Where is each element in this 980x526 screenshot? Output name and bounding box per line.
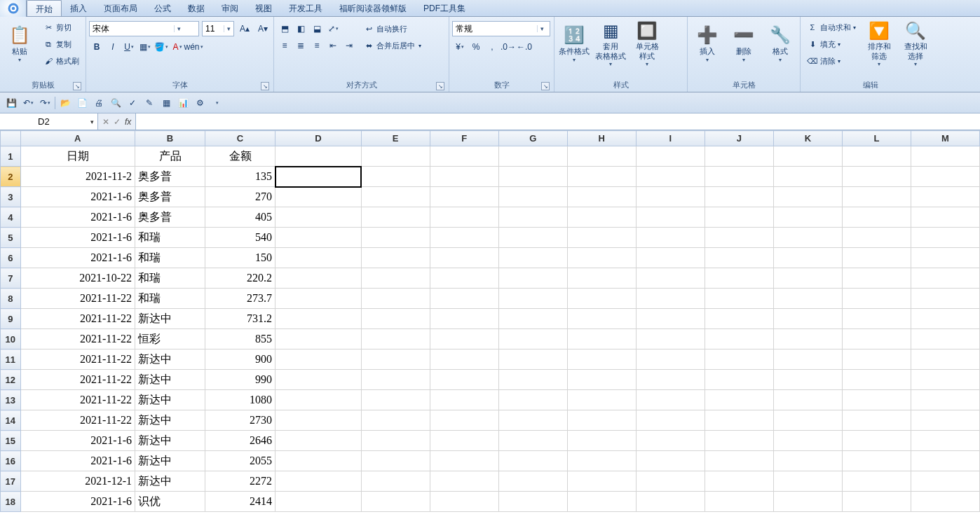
cell[interactable]: 奥多普 [135,187,205,207]
cell[interactable] [636,370,705,390]
cell[interactable] [773,146,842,167]
cell[interactable] [911,146,979,167]
tab-5[interactable]: 审阅 [213,0,247,16]
cell[interactable] [430,349,498,370]
save-button[interactable]: 💾 [4,96,18,110]
col-header-A[interactable]: A [20,131,135,146]
chevron-down-icon[interactable]: ▾ [174,25,184,32]
cell[interactable] [842,370,911,390]
cell[interactable] [498,248,567,268]
row-header[interactable]: 15 [1,431,21,451]
cell[interactable]: 和瑞 [135,268,205,289]
cell[interactable] [636,146,705,167]
cell[interactable] [275,451,362,471]
cell[interactable] [275,309,362,329]
cell[interactable] [773,410,842,431]
cell[interactable] [498,349,567,370]
cell[interactable] [773,492,842,512]
wrap-text-button[interactable]: ↩自动换行 [360,21,425,36]
cell[interactable] [498,390,567,410]
row-header[interactable]: 13 [1,390,21,410]
cell[interactable] [705,492,773,512]
cell[interactable]: 新达中 [135,451,205,471]
qat-btn-7[interactable]: ▦ [159,96,173,110]
cell[interactable] [361,207,430,228]
fx-button[interactable]: fx [125,117,131,127]
cell[interactable] [842,309,911,329]
cell[interactable] [361,167,430,187]
cell[interactable] [705,248,773,268]
qat-new-button[interactable]: 📄 [75,96,89,110]
cell[interactable] [430,268,498,289]
cell[interactable] [705,431,773,451]
autosum-button[interactable]: Σ自动求和▾ [803,20,859,35]
cell[interactable]: 2021-11-22 [20,370,135,390]
cell[interactable] [361,228,430,248]
cell[interactable] [275,207,362,228]
cell[interactable] [567,492,636,512]
increase-indent-button[interactable]: ⇥ [341,38,357,53]
cell[interactable] [773,390,842,410]
cell[interactable] [361,248,430,268]
cell[interactable] [430,410,498,431]
cell[interactable] [430,207,498,228]
cell[interactable] [842,471,911,492]
cell[interactable] [567,207,636,228]
cell[interactable] [361,471,430,492]
cell[interactable]: 和瑞 [135,248,205,268]
cell[interactable] [842,431,911,451]
chevron-down-icon[interactable]: ▾ [224,25,233,32]
cell[interactable] [275,431,362,451]
cell[interactable] [911,451,979,471]
number-format-input[interactable] [453,22,537,36]
cell[interactable] [275,289,362,309]
cell[interactable] [567,329,636,349]
spreadsheet-grid[interactable]: ABCDEFGHIJKLM1日期产品金额22021-11-2奥多普1353202… [0,130,980,526]
undo-button[interactable]: ↶ [21,96,35,110]
comma-button[interactable]: , [484,39,500,55]
chevron-down-icon[interactable]: ▾ [537,25,547,32]
cell[interactable] [430,390,498,410]
cell[interactable] [361,349,430,370]
font-size-input[interactable] [203,22,224,36]
cell[interactable] [842,207,911,228]
col-header-J[interactable]: J [705,131,773,146]
formula-input[interactable] [136,113,980,130]
qat-btn-5[interactable]: ✓ [125,96,139,110]
qat-print-button[interactable]: 🖨 [92,96,106,110]
cell[interactable] [911,492,979,512]
qat-btn-6[interactable]: ✎ [142,96,156,110]
fill-button[interactable]: ⬇填充▾ [803,36,859,52]
cell[interactable] [361,268,430,289]
insert-cells-button[interactable]: ➕插入 [690,18,724,69]
cell[interactable] [498,329,567,349]
cell[interactable] [842,167,911,187]
chevron-down-icon[interactable]: ▾ [88,118,97,125]
cell[interactable] [705,309,773,329]
font-color-button[interactable]: A [170,39,185,55]
copy-button[interactable]: ⧉复制 [39,36,83,52]
cell-styles-button[interactable]: 🔲单元格 样式 [630,18,664,69]
row-header[interactable]: 1 [1,146,21,167]
cell[interactable]: 新达中 [135,349,205,370]
cell[interactable] [773,248,842,268]
cell[interactable]: 273.7 [205,289,275,309]
cell[interactable]: 2021-11-22 [20,309,135,329]
shrink-font-button[interactable]: A▾ [255,21,271,36]
cell[interactable] [911,410,979,431]
col-header-E[interactable]: E [361,131,430,146]
cell[interactable] [498,431,567,451]
font-launcher[interactable]: ↘ [261,82,269,90]
cell[interactable] [911,329,979,349]
cell[interactable] [361,329,430,349]
tab-9[interactable]: PDF工具集 [415,0,474,16]
cell[interactable] [567,370,636,390]
cell[interactable] [498,410,567,431]
cell[interactable]: 新达中 [135,471,205,492]
tab-7[interactable]: 开发工具 [280,0,331,16]
cell[interactable]: 990 [205,370,275,390]
accounting-format-button[interactable]: ¥ [452,39,468,55]
row-header[interactable]: 16 [1,451,21,471]
cell[interactable]: 恒彩 [135,329,205,349]
cell[interactable] [361,451,430,471]
